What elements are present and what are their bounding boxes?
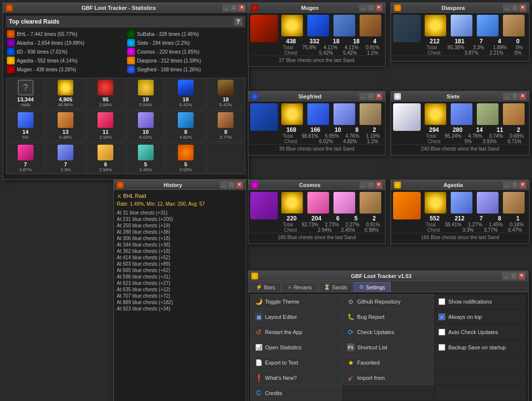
siegfried-close-btn[interactable]: ✕ xyxy=(375,93,382,100)
siete-titlebar[interactable]: Siete _ □ ✕ xyxy=(391,92,529,101)
bars-tab-icon: ⚡ xyxy=(256,284,263,290)
bhl-icon xyxy=(7,30,15,38)
stat-cell-g7: 7 3.87% xyxy=(6,143,45,174)
g11-icon xyxy=(178,145,194,160)
import-from-btn[interactable]: ↙ Import from xyxy=(342,370,434,385)
history-titlebar[interactable]: History _ □ ✕ xyxy=(114,180,246,190)
agastia-content: 552 212 7 8 1 Total 38.41% 1.27% 1.45% 0… xyxy=(391,190,529,244)
diaspora-w2-icon xyxy=(477,15,499,36)
import-from-label: Import from xyxy=(357,375,385,381)
open-statistics-btn[interactable]: 📊 Open Statistics xyxy=(250,340,342,355)
cosmos-close-btn[interactable]: ✕ xyxy=(375,182,382,188)
tracker-maximize-btn[interactable]: □ xyxy=(510,273,517,279)
diaspora-titlebar[interactable]: Diaspora _ □ ✕ xyxy=(391,3,529,13)
statistics-titlebar[interactable]: GBF Loot Tracker - Statistics _ □ ✕ xyxy=(3,3,248,13)
tab-revans[interactable]: ⚔ Revans xyxy=(282,282,317,292)
cosmos-minimize-btn[interactable]: _ xyxy=(360,182,366,188)
history-entry-5: At 306 blue chests (+18) xyxy=(117,235,243,242)
backup-save-checkbox[interactable] xyxy=(438,344,445,351)
tab-sands[interactable]: ⏳ Sands xyxy=(318,282,353,292)
history-entry-3: At 250 blue chests (+19) xyxy=(117,222,243,229)
agastia-maximize-btn[interactable]: □ xyxy=(511,182,518,188)
mugen-text: Mugen - 438 times (3.28%) xyxy=(17,67,76,72)
always-on-top-checkbox[interactable] xyxy=(438,313,445,320)
tracker-titlebar[interactable]: GBF Loot Tracker v1.53 _ □ ✕ xyxy=(248,271,528,281)
history-close-btn[interactable]: ✕ xyxy=(236,182,243,188)
bug-report-btn[interactable]: 🐛 Bug Report xyxy=(342,309,434,324)
cosmos-title: Cosmos xyxy=(260,182,360,188)
mugen-maximize-btn[interactable]: □ xyxy=(367,4,374,11)
export-to-text-btn[interactable]: 📄 Export to Text xyxy=(250,355,342,370)
tracker-close-btn[interactable]: ✕ xyxy=(518,273,525,279)
mugen-chest-icon xyxy=(281,15,303,36)
history-entry-11: At 596 blue chests (+31) xyxy=(117,274,243,280)
restart-app-btn[interactable]: ↺ Restart the App xyxy=(250,325,342,339)
diaspora-close-btn[interactable]: ✕ xyxy=(519,4,526,11)
history-maximize-btn[interactable]: □ xyxy=(228,182,235,188)
siegfried-titlebar[interactable]: Siegfried _ □ ✕ xyxy=(248,92,385,101)
auto-check-updates-checkbox[interactable] xyxy=(438,329,445,336)
agastia-chest-icon xyxy=(425,192,446,214)
github-repo-btn[interactable]: ⊙ Github Repository xyxy=(342,294,434,309)
mugen-win-icon xyxy=(251,4,258,11)
raid-entry-diaspora: Diaspora - 212 times (1.59%) xyxy=(126,56,245,65)
revans-tab-label: Revans xyxy=(294,284,312,290)
mugen-close-btn[interactable]: ✕ xyxy=(375,4,382,11)
agastia-window: Agastia _ □ ✕ xyxy=(391,180,530,244)
mugen-minimize-btn[interactable]: _ xyxy=(360,4,366,11)
stats-help-btn[interactable]: ? xyxy=(234,18,242,26)
credits-icon: © xyxy=(255,389,263,397)
github-label: Github Repository xyxy=(357,299,400,305)
diaspora-w1-icon xyxy=(451,15,472,36)
stats-minimize-btn[interactable]: _ xyxy=(223,4,230,11)
mugen-col-chest xyxy=(280,15,304,36)
cosmos-titlebar[interactable]: Cosmos _ □ ✕ xyxy=(248,180,385,190)
check-updates-btn[interactable]: ⟳ Check Updates xyxy=(342,325,434,339)
favorited-btn[interactable]: ★ Favorited xyxy=(342,355,434,370)
auto-check-updates-label: Auto Check Updates xyxy=(448,329,498,335)
diaspora-win-controls: _ □ ✕ xyxy=(503,4,526,11)
siete-maximize-btn[interactable]: □ xyxy=(511,93,518,100)
stat-cell-g1: 14 5% xyxy=(6,110,45,142)
empty-cell-3 xyxy=(342,386,434,401)
stats-maximize-btn[interactable]: □ xyxy=(231,4,237,11)
credits-btn[interactable]: © Credits xyxy=(250,386,342,401)
ring-icon xyxy=(98,80,113,95)
siete-close-btn[interactable]: ✕ xyxy=(519,93,526,100)
tracker-minimize-btn[interactable]: _ xyxy=(502,273,509,279)
mugen-titlebar[interactable]: Mugen _ □ ✕ xyxy=(248,3,385,13)
history-minimize-btn[interactable]: _ xyxy=(220,182,227,188)
agastia-titlebar[interactable]: Agastia _ □ ✕ xyxy=(391,180,529,190)
shortcut-list-btn[interactable]: F1 Shortcut List xyxy=(342,340,434,355)
cosmos-maximize-btn[interactable]: □ xyxy=(367,182,374,188)
agastia-minimize-btn[interactable]: _ xyxy=(503,182,510,188)
siegfried-minimize-btn[interactable]: _ xyxy=(360,93,366,100)
diaspora-char-icon xyxy=(393,15,421,42)
siegfried-win-icon xyxy=(251,93,258,100)
layout-editor-btn[interactable]: ▦ Layout Editor xyxy=(250,309,342,324)
whats-new-btn[interactable]: ❗ What's New? xyxy=(250,370,342,385)
settings-tab-label: Settings xyxy=(366,284,385,290)
stats-close-btn[interactable]: ✕ xyxy=(238,4,245,11)
siegfried-maximize-btn[interactable]: □ xyxy=(367,93,374,100)
tab-settings[interactable]: ⚙ Settings xyxy=(354,282,391,292)
agastia-close-btn[interactable]: ✕ xyxy=(519,182,526,188)
question-icon: ? xyxy=(18,80,33,95)
diaspora-minimize-btn[interactable]: _ xyxy=(503,4,510,11)
tracker-title: GBF Loot Tracker v1.53 xyxy=(260,273,502,279)
raid-entry-subaha: SuBaha - 328 times (2.46%) xyxy=(126,30,245,38)
show-notifications-checkbox[interactable] xyxy=(438,298,445,305)
diaspora-text: Diaspora - 212 times (1.59%) xyxy=(137,58,201,63)
sands-tab-label: Sands xyxy=(332,284,347,290)
g6-icon xyxy=(218,112,233,128)
g8-icon xyxy=(58,145,73,160)
diaspora-maximize-btn[interactable]: □ xyxy=(511,4,518,11)
siete-minimize-btn[interactable]: _ xyxy=(503,93,510,100)
g1-icon xyxy=(18,112,33,128)
stat-cell-g8: 7 3.3% xyxy=(46,143,85,174)
tab-bars[interactable]: ⚡ Bars xyxy=(250,282,281,292)
diaspora-footer xyxy=(393,56,527,59)
stat-cell-empty xyxy=(206,143,245,174)
toggle-theme-btn[interactable]: 🌙 Toggle Theme xyxy=(250,294,342,309)
statistics-window: GBF Loot Tracker - Statistics _ □ ✕ Top … xyxy=(2,2,249,180)
